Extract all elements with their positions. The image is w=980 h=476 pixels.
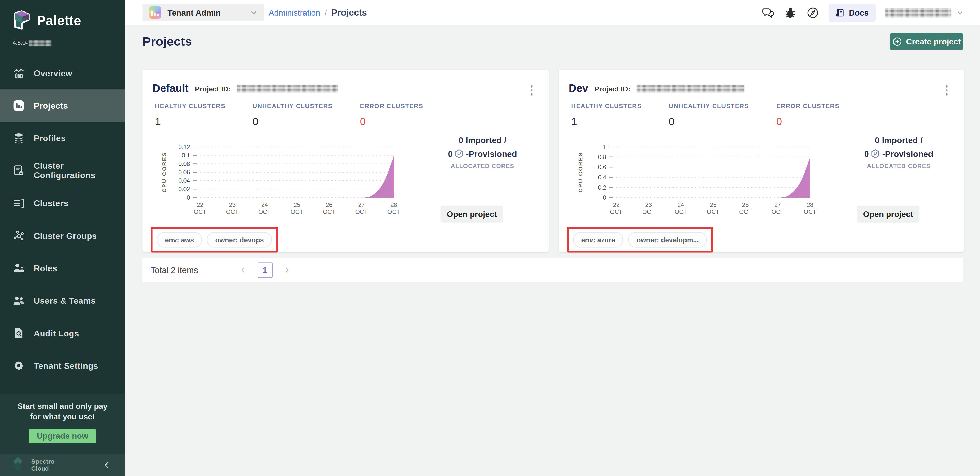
sidebar-item-overview[interactable]: Overview: [0, 57, 125, 89]
svg-text:26: 26: [742, 202, 749, 208]
svg-text:0: 0: [603, 194, 606, 201]
tag-env[interactable]: env: aws: [157, 232, 202, 248]
unhealthy-clusters-value: 0: [252, 116, 360, 127]
svg-text:OCT: OCT: [226, 209, 239, 215]
tag-owner[interactable]: owner: devops: [207, 232, 272, 248]
svg-text:0.2: 0.2: [598, 184, 606, 191]
upgrade-promo: Start small and only pay for what you us…: [0, 394, 125, 454]
gear-icon: [13, 359, 25, 372]
svg-text:OCT: OCT: [739, 209, 752, 215]
chevron-down-icon: [956, 9, 964, 16]
sidebar-item-cluster-groups[interactable]: Cluster Groups: [0, 220, 125, 252]
breadcrumb-administration-link[interactable]: Administration: [269, 8, 320, 18]
sidebar-item-projects[interactable]: Projects: [0, 89, 125, 122]
sidebar-item-roles[interactable]: Roles: [0, 252, 125, 284]
page-number-button[interactable]: 1: [257, 262, 272, 278]
svg-text:28: 28: [390, 202, 397, 208]
svg-text:27: 27: [358, 202, 365, 208]
create-project-button[interactable]: Create project: [890, 33, 963, 50]
breadcrumb: Administration / Projects: [269, 0, 367, 25]
projects-icon: [13, 99, 25, 112]
tenant-admin-icon: [149, 6, 161, 19]
project-id-redacted: [237, 85, 339, 92]
sidebar-item-label: Cluster Groups: [34, 231, 97, 240]
explore-compass-button[interactable]: [807, 6, 819, 19]
imported-cores-line: 0 Imported /: [841, 135, 956, 145]
project-id-redacted: [637, 85, 744, 92]
tag-env[interactable]: env: azure: [573, 232, 624, 248]
palette-logo-icon: [13, 10, 31, 31]
svg-text:0.08: 0.08: [178, 161, 190, 167]
profiles-stack-icon: [13, 132, 25, 145]
error-clusters-stat: ERROR CLUSTERS 0: [776, 103, 874, 127]
card-header: Dev Project ID:: [569, 83, 744, 95]
svg-text:0.1: 0.1: [182, 152, 190, 159]
tenant-scope-dropdown[interactable]: Tenant Admin: [142, 4, 264, 21]
open-project-button[interactable]: Open project: [441, 206, 503, 223]
docs-button[interactable]: Docs: [829, 3, 876, 21]
provisioned-cores-line: 0 -Provisioned: [425, 149, 540, 159]
project-card-dev: Dev Project ID: HEALTHY CLUSTERS 1 UNHEA…: [558, 70, 964, 252]
sidebar-item-label: Tenant Settings: [34, 361, 98, 370]
sidebar-menu: Overview Projects Profiles: [0, 57, 125, 382]
logo-wordmark: Palette: [37, 13, 81, 28]
pagination-bar: Total 2 items 1: [142, 258, 963, 282]
page-title: Projects: [142, 35, 192, 49]
error-clusters-value: 0: [776, 116, 874, 127]
sidebar-collapse-button[interactable]: [103, 461, 111, 470]
svg-text:0.04: 0.04: [178, 177, 190, 184]
svg-text:23: 23: [229, 202, 235, 208]
sidebar-item-label: Audit Logs: [34, 328, 79, 338]
sidebar-item-label: Projects: [34, 101, 68, 110]
sidebar-item-label: Roles: [34, 263, 57, 273]
project-id-label: Project ID:: [594, 85, 630, 92]
svg-text:CPU CORES: CPU CORES: [577, 152, 584, 193]
card-menu-kebab-icon[interactable]: [529, 84, 534, 97]
spectro-cloud-brandbar: Spectro Cloud: [0, 454, 125, 476]
sidebar-item-tenant-settings[interactable]: Tenant Settings: [0, 349, 125, 382]
unhealthy-clusters-stat: UNHEALTHY CLUSTERS 0: [669, 103, 776, 127]
svg-text:OCT: OCT: [610, 209, 622, 215]
network-icon: [13, 229, 25, 242]
feedback-chat-button[interactable]: [761, 6, 774, 19]
svg-text:23: 23: [645, 202, 652, 208]
username-redacted: [885, 8, 951, 18]
healthy-clusters-stat: HEALTHY CLUSTERS 1: [155, 103, 252, 127]
prev-page-button[interactable]: [237, 264, 249, 276]
svg-text:24: 24: [261, 202, 268, 208]
card-header: Default Project ID:: [153, 83, 339, 95]
sidebar-item-audit-logs[interactable]: Audit Logs: [0, 317, 125, 349]
cluster-stats: HEALTHY CLUSTERS 1 UNHEALTHY CLUSTERS 0 …: [571, 103, 873, 127]
svg-text:OCT: OCT: [803, 209, 816, 215]
svg-text:OCT: OCT: [323, 209, 335, 215]
sidebar-item-clusters[interactable]: Clusters: [0, 187, 125, 219]
card-menu-kebab-icon[interactable]: [944, 84, 948, 97]
book-icon: [836, 8, 845, 18]
svg-text:OCT: OCT: [772, 209, 784, 215]
user-lock-icon: [13, 262, 25, 274]
spectro-cloud-logo-icon: [10, 457, 26, 473]
next-page-button[interactable]: [280, 264, 293, 276]
brand-name: Spectro Cloud: [31, 458, 54, 472]
cluster-stats: HEALTHY CLUSTERS 1 UNHEALTHY CLUSTERS 0 …: [155, 103, 457, 127]
svg-text:OCT: OCT: [675, 209, 687, 215]
open-project-button[interactable]: Open project: [857, 206, 920, 223]
svg-text:0: 0: [187, 194, 190, 201]
sidebar-item-cluster-configurations[interactable]: Cluster Configurations: [0, 154, 125, 187]
svg-text:OCT: OCT: [291, 209, 303, 215]
tag-owner[interactable]: owner: developm...: [628, 232, 707, 248]
promo-text: Start small and only pay for what you us…: [0, 394, 125, 423]
upgrade-now-button[interactable]: Upgrade now: [29, 429, 96, 443]
palette-hexagon-icon: [871, 149, 880, 159]
user-menu[interactable]: [885, 8, 964, 18]
app-window: Palette 4.8.0- Overview: [0, 0, 980, 476]
sidebar-item-label: Overview: [34, 68, 72, 78]
docs-button-label: Docs: [849, 8, 869, 18]
palette-logo: Palette: [13, 10, 81, 31]
sidebar-item-label: Clusters: [34, 199, 68, 208]
sidebar-item-profiles[interactable]: Profiles: [0, 122, 125, 154]
plus-circle-icon: [892, 37, 902, 46]
doc-check-icon: [13, 164, 25, 177]
sidebar-item-users-teams[interactable]: Users & Teams: [0, 284, 125, 317]
bug-report-button[interactable]: [784, 6, 797, 19]
